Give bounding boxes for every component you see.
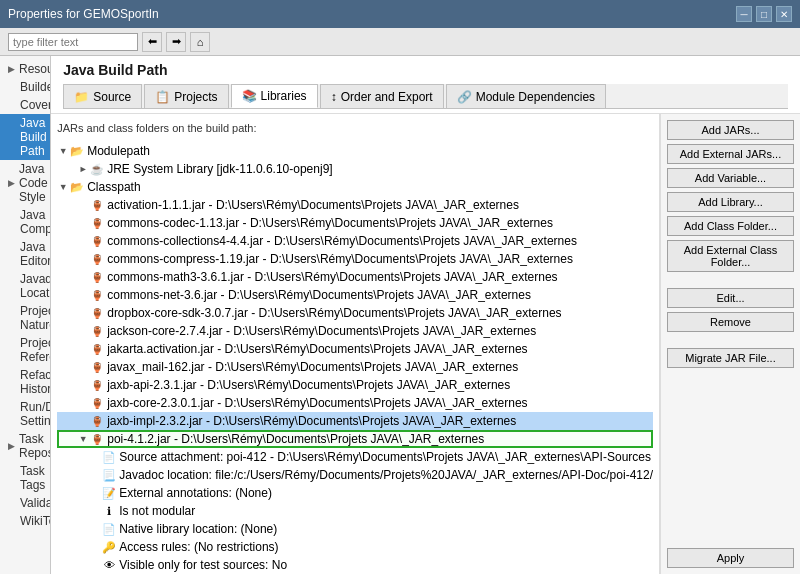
sidebar-item-label: Resource [19, 62, 51, 76]
node-label: JRE System Library [jdk-11.0.6.10-openj9… [107, 162, 332, 176]
add-jars-button[interactable]: Add JARs... [667, 120, 794, 140]
content-area: Java Build Path 📁 Source 📋 Projects 📚 Li… [51, 56, 800, 574]
add-library-button[interactable]: Add Library... [667, 192, 794, 212]
tab-module-dependencies[interactable]: 🔗 Module Dependencies [446, 84, 606, 108]
sidebar-item-builders[interactable]: Builders [0, 78, 50, 96]
sidebar-item-label: Validation [20, 496, 51, 510]
add-class-folder-button[interactable]: Add Class Folder... [667, 216, 794, 236]
tab-order-export[interactable]: ↕ Order and Export [320, 84, 444, 108]
tree-node-jaxb-impl[interactable]: 🏺 jaxb-impl-2.3.2.jar - D:\Users\Rémy\Do… [57, 412, 653, 430]
window-controls[interactable]: ─ □ ✕ [736, 6, 792, 22]
tree-node-poi-native[interactable]: 📄 Native library location: (None) [57, 520, 653, 538]
node-label: commons-compress-1.19.jar - D:\Users\Rém… [107, 252, 573, 266]
sidebar-item-refactoring-history[interactable]: Refactoring History [0, 366, 50, 398]
sidebar-item-task-repository[interactable]: ▶ Task Repository [0, 430, 50, 462]
add-external-jars-button[interactable]: Add External JARs... [667, 144, 794, 164]
tree-node-modulepath[interactable]: ▼ 📂 Modulepath [57, 142, 653, 160]
jar-icon: 🏺 [89, 377, 105, 393]
tree-node-jre[interactable]: ► ☕ JRE System Library [jdk-11.0.6.10-op… [57, 160, 653, 178]
sidebar-item-java-code-style[interactable]: ▶ Java Code Style [0, 160, 50, 206]
sidebar-item-label: Builders [20, 80, 51, 94]
node-label: commons-net-3.6.jar - D:\Users\Rémy\Docu… [107, 288, 531, 302]
tree-node-commons-net[interactable]: 🏺 commons-net-3.6.jar - D:\Users\Rémy\Do… [57, 286, 653, 304]
sidebar-item-javadoc-location[interactable]: Javadoc Location [0, 270, 50, 302]
tree-node-poi-modular[interactable]: ℹ Is not modular [57, 502, 653, 520]
projects-icon: 📋 [155, 90, 170, 104]
nav-home-button[interactable]: ⌂ [190, 32, 210, 52]
edit-button[interactable]: Edit... [667, 288, 794, 308]
sidebar-item-project-natures[interactable]: Project Natures [0, 302, 50, 334]
sidebar-item-java-build-path[interactable]: Java Build Path [0, 114, 50, 160]
filter-input[interactable] [8, 33, 138, 51]
tree-node-commons-codec[interactable]: 🏺 commons-codec-1.13.jar - D:\Users\Rémy… [57, 214, 653, 232]
tree-node-dropbox[interactable]: 🏺 dropbox-core-sdk-3.0.7.jar - D:\Users\… [57, 304, 653, 322]
tree-node-classpath[interactable]: ▼ 📂 Classpath [57, 178, 653, 196]
toggle-spacer [77, 326, 89, 336]
tree-node-commons-compress[interactable]: 🏺 commons-compress-1.19.jar - D:\Users\R… [57, 250, 653, 268]
sidebar-item-label: Project References [20, 336, 51, 364]
nav-back-button[interactable]: ⬅ [142, 32, 162, 52]
content-header: Java Build Path 📁 Source 📋 Projects 📚 Li… [51, 56, 800, 114]
window-title: Properties for GEMOSportIn [8, 7, 159, 21]
sidebar-item-resource[interactable]: ▶ Resource [0, 60, 50, 78]
tree-node-jackson[interactable]: 🏺 jackson-core-2.7.4.jar - D:\Users\Rémy… [57, 322, 653, 340]
sidebar-item-java-editor[interactable]: Java Editor [0, 238, 50, 270]
node-label: Visible only for test sources: No [119, 558, 287, 572]
add-external-class-folder-button[interactable]: Add External Class Folder... [667, 240, 794, 272]
tab-source[interactable]: 📁 Source [63, 84, 142, 108]
node-label: Native library location: (None) [119, 522, 277, 536]
tree-node-javax-mail[interactable]: 🏺 javax_mail-162.jar - D:\Users\Rémy\Doc… [57, 358, 653, 376]
tree-node-poi-annotations[interactable]: 📝 External annotations: (None) [57, 484, 653, 502]
minimize-button[interactable]: ─ [736, 6, 752, 22]
sidebar-item-task-tags[interactable]: Task Tags [0, 462, 50, 494]
node-label: dropbox-core-sdk-3.0.7.jar - D:\Users\Ré… [107, 306, 561, 320]
toggle-spacer [77, 290, 89, 300]
tree-node-poi[interactable]: ▼ 🏺 poi-4.1.2.jar - D:\Users\Rémy\Docume… [57, 430, 653, 448]
jar-icon: 🏺 [89, 215, 105, 231]
tree-node-jakarta[interactable]: 🏺 jakarta.activation.jar - D:\Users\Rémy… [57, 340, 653, 358]
sidebar-item-project-references[interactable]: Project References [0, 334, 50, 366]
sidebar-item-run-debug[interactable]: Run/Debug Settings [0, 398, 50, 430]
tab-projects[interactable]: 📋 Projects [144, 84, 228, 108]
tree-node-commons-math[interactable]: 🏺 commons-math3-3.6.1.jar - D:\Users\Rém… [57, 268, 653, 286]
node-label: poi-4.1.2.jar - D:\Users\Rémy\Documents\… [107, 432, 484, 446]
remove-button[interactable]: Remove [667, 312, 794, 332]
arrow-icon: ▶ [8, 64, 15, 74]
tree-node-jaxb-api[interactable]: 🏺 jaxb-api-2.3.1.jar - D:\Users\Rémy\Doc… [57, 376, 653, 394]
migrate-jar-button[interactable]: Migrate JAR File... [667, 348, 794, 368]
libraries-icon: 📚 [242, 89, 257, 103]
toggle-spacer [89, 542, 101, 552]
nav-arrows: ⬅ ➡ ⌂ [142, 32, 210, 52]
nav-forward-button[interactable]: ➡ [166, 32, 186, 52]
sidebar-item-java-compiler[interactable]: Java Compiler [0, 206, 50, 238]
toggle-spacer [77, 416, 89, 426]
tree-node-poi-access[interactable]: 🔑 Access rules: (No restrictions) [57, 538, 653, 556]
arrow-icon: ▶ [8, 441, 15, 451]
tree-node-activation[interactable]: 🏺 activation-1.1.1.jar - D:\Users\Rémy\D… [57, 196, 653, 214]
add-variable-button[interactable]: Add Variable... [667, 168, 794, 188]
content-body: JARs and class folders on the build path… [51, 114, 800, 574]
folder-icon: 📂 [69, 179, 85, 195]
sidebar-item-label: Javadoc Location [20, 272, 51, 300]
sidebar-item-coverage[interactable]: Coverage [0, 96, 50, 114]
tree-node-poi-javadoc[interactable]: 📃 Javadoc location: file:/c:/Users/Rémy/… [57, 466, 653, 484]
sidebar-item-label: WikiText [20, 514, 51, 528]
tree-node-jaxb-core[interactable]: 🏺 jaxb-core-2.3.0.1.jar - D:\Users\Rémy\… [57, 394, 653, 412]
tree-node-commons-collections[interactable]: 🏺 commons-collections4-4.4.jar - D:\User… [57, 232, 653, 250]
tree-node-poi-src[interactable]: 📄 Source attachment: poi-412 - D:\Users\… [57, 448, 653, 466]
node-label: jakarta.activation.jar - D:\Users\Rémy\D… [107, 342, 527, 356]
apply-button[interactable]: Apply [667, 548, 794, 568]
node-label: javax_mail-162.jar - D:\Users\Rémy\Docum… [107, 360, 518, 374]
toggle-spacer [77, 308, 89, 318]
close-button[interactable]: ✕ [776, 6, 792, 22]
info-icon: ℹ [101, 503, 117, 519]
folder-icon: 📂 [69, 143, 85, 159]
toggle-spacer [89, 470, 101, 480]
sidebar-item-wikitext[interactable]: WikiText [0, 512, 50, 530]
jar-icon: 🏺 [89, 197, 105, 213]
tree-node-poi-visible[interactable]: 👁 Visible only for test sources: No [57, 556, 653, 574]
sidebar-item-validation[interactable]: Validation [0, 494, 50, 512]
tab-libraries[interactable]: 📚 Libraries [231, 84, 318, 108]
maximize-button[interactable]: □ [756, 6, 772, 22]
arrow-icon: ▶ [8, 178, 15, 188]
